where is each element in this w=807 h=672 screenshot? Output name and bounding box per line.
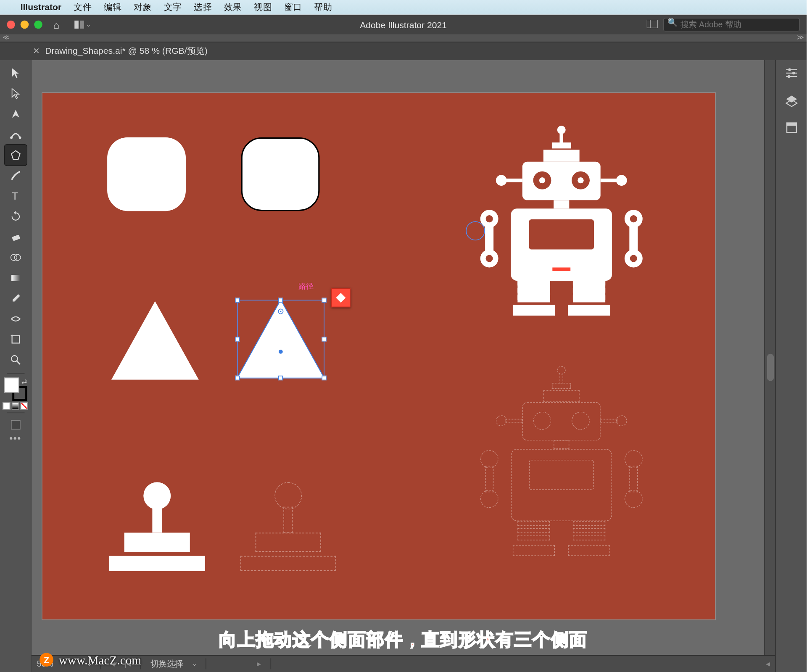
watermark-text: www.MacZ.com (59, 654, 141, 668)
menu-window[interactable]: 窗口 (284, 1, 302, 13)
type-tool[interactable]: T (5, 186, 26, 206)
vertical-scrollbar[interactable] (764, 60, 775, 655)
svg-rect-2 (647, 20, 658, 28)
selection-bounding-box[interactable] (237, 300, 324, 378)
next-artboard-icon[interactable]: ▸ (257, 659, 261, 669)
svg-point-15 (11, 356, 17, 362)
artboard-tool[interactable] (5, 329, 26, 350)
macos-menubar[interactable]: Illustrator 文件 编辑 对象 文字 选择 效果 视图 窗口 帮助 (0, 0, 807, 15)
window-controls (7, 21, 42, 29)
resize-handle[interactable] (278, 298, 282, 303)
svg-point-21 (792, 72, 795, 75)
workspace-icon[interactable] (647, 19, 658, 30)
svg-rect-1 (80, 21, 84, 29)
rounded-rect-shape[interactable] (107, 137, 186, 211)
resize-handle[interactable] (322, 376, 326, 380)
svg-rect-25 (786, 123, 796, 126)
svg-point-10 (14, 254, 21, 261)
anchor-point-icon[interactable] (278, 309, 283, 314)
menu-edit[interactable]: 编辑 (104, 1, 121, 13)
rounded-rect-stroked-shape[interactable] (241, 137, 320, 211)
canvas-area[interactable]: 路径 (32, 60, 775, 672)
arrange-documents-icon[interactable]: ⌵ (74, 21, 90, 29)
document-tab-label: Drawing_Shapes.ai* @ 58 % (RGB/预览) (45, 45, 208, 57)
artboard[interactable]: 路径 (42, 92, 716, 620)
svg-point-19 (788, 69, 791, 71)
resize-handle[interactable] (235, 376, 240, 380)
selected-triangle[interactable]: 路径 (227, 293, 334, 385)
svg-text:T: T (12, 191, 18, 202)
triangle-shape[interactable] (111, 301, 199, 380)
close-window-button[interactable] (7, 21, 15, 29)
swap-fill-stroke-icon[interactable]: ⇄ (21, 378, 27, 385)
minimize-window-button[interactable] (21, 21, 29, 29)
joystick-outline-shape[interactable] (240, 482, 336, 571)
path-hint-label: 路径 (298, 282, 314, 292)
svg-rect-8 (11, 235, 20, 241)
close-tab-icon[interactable]: ✕ (33, 47, 40, 56)
zoom-tool[interactable] (5, 350, 26, 370)
svg-point-23 (787, 75, 790, 78)
eyedropper-tool[interactable] (5, 288, 26, 309)
tutorial-subtitle: 向上拖动这个侧面部件，直到形状有三个侧面 (219, 627, 588, 651)
home-icon[interactable]: ⌂ (53, 19, 60, 31)
control-bar[interactable] (0, 34, 807, 42)
rotate-tool[interactable] (5, 206, 26, 227)
document-tab-bar: ✕ Drawing_Shapes.ai* @ 58 % (RGB/预览) (0, 42, 807, 60)
paintbrush-tool[interactable] (5, 165, 26, 186)
help-search-input[interactable] (663, 18, 800, 32)
eraser-tool[interactable] (5, 227, 26, 248)
watermark-badge: Z (40, 653, 53, 667)
right-panel-dock (775, 60, 807, 672)
fill-stroke-swatch[interactable]: ⇄ (4, 378, 27, 401)
svg-marker-6 (11, 151, 19, 159)
window-titlebar: ⌂ ⌵ Adobe Illustrator 2021 🔍 (0, 15, 807, 34)
svg-point-9 (11, 254, 17, 261)
svg-point-4 (10, 137, 12, 139)
scroll-left-icon[interactable]: ◂ (766, 659, 770, 669)
menu-object[interactable]: 对象 (134, 1, 151, 13)
shape-builder-tool[interactable] (5, 247, 26, 268)
color-mode-swatches[interactable] (3, 402, 28, 410)
menu-type[interactable]: 文字 (164, 1, 182, 13)
status-label[interactable]: 切换选择 (150, 658, 183, 670)
svg-rect-3 (647, 20, 650, 28)
fullscreen-window-button[interactable] (34, 21, 42, 29)
width-tool[interactable] (5, 309, 26, 329)
polygon-tool[interactable] (5, 145, 26, 166)
svg-rect-0 (74, 21, 79, 29)
curvature-tool[interactable] (5, 124, 26, 145)
svg-rect-12 (12, 336, 19, 343)
gradient-tool[interactable] (5, 268, 26, 288)
joystick-shape[interactable] (109, 482, 205, 571)
menu-select[interactable]: 选择 (194, 1, 211, 13)
resize-handle[interactable] (235, 336, 240, 341)
svg-line-16 (16, 361, 19, 364)
svg-point-5 (18, 137, 21, 139)
path-selection-ring[interactable] (466, 221, 485, 241)
resize-handle[interactable] (322, 298, 326, 303)
illustrator-window: ⌂ ⌵ Adobe Illustrator 2021 🔍 ✕ (0, 15, 807, 672)
selection-tool[interactable] (5, 63, 26, 84)
resize-handle[interactable] (322, 336, 326, 341)
svg-rect-11 (11, 275, 19, 281)
layers-panel-icon[interactable] (782, 92, 800, 109)
status-bar: ⌵ ◂ |◂ 切换选择 ⌵ ▸ ◂ (32, 655, 775, 672)
resize-handle[interactable] (278, 376, 282, 380)
menu-help[interactable]: 帮助 (314, 1, 332, 13)
menu-view[interactable]: 视图 (254, 1, 272, 13)
edit-toolbar-icon[interactable]: ••• (9, 432, 21, 443)
menu-file[interactable]: 文件 (74, 1, 91, 13)
draw-mode-buttons[interactable] (11, 420, 20, 430)
center-point-icon[interactable] (279, 349, 283, 353)
properties-panel-icon[interactable] (782, 64, 800, 82)
resize-handle[interactable] (235, 298, 240, 303)
libraries-panel-icon[interactable] (782, 119, 800, 137)
direct-selection-tool[interactable] (5, 83, 26, 104)
window-title: Adobe Illustrator 2021 (360, 19, 447, 29)
document-tab[interactable]: ✕ Drawing_Shapes.ai* @ 58 % (RGB/预览) (33, 45, 208, 57)
pen-tool[interactable] (5, 104, 26, 124)
menu-app-name[interactable]: Illustrator (21, 2, 61, 12)
menu-effect[interactable]: 效果 (224, 1, 242, 13)
polygon-side-widget[interactable] (331, 288, 351, 308)
